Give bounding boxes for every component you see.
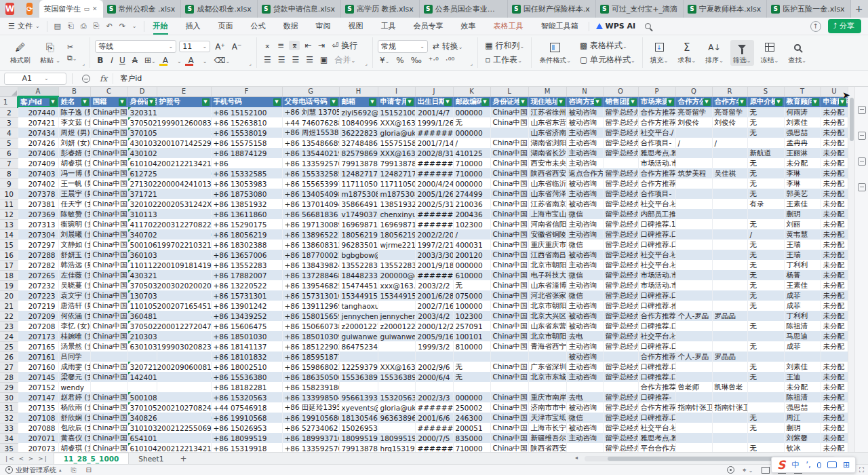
cell[interactable] xyxy=(712,321,747,331)
cell[interactable]: ######## xyxy=(415,209,453,219)
cell[interactable]: 150269534 xyxy=(339,423,378,433)
cell[interactable]: 舒欣娴 (女 xyxy=(58,413,90,423)
cell[interactable]: 任天宇 (女 xyxy=(58,199,90,209)
cell[interactable]: 黄韦慧 xyxy=(784,229,821,240)
cell[interactable]: +86 1506607386 xyxy=(282,321,339,331)
cell[interactable]: 32010220020531242X xyxy=(127,199,157,209)
cell[interactable]: 207088 xyxy=(18,423,58,433)
cell[interactable] xyxy=(675,362,712,372)
cell[interactable]: 117110505 xyxy=(339,178,378,189)
cell[interactable]: 社交平台.社 xyxy=(638,250,675,260)
cell[interactable]: China中国 xyxy=(90,280,127,290)
cell[interactable] xyxy=(603,382,638,392)
cell[interactable]: 310103200212255069 xyxy=(127,423,157,433)
cell[interactable]: 075000 xyxy=(453,290,490,301)
cell[interactable]: China中国 xyxy=(490,209,528,219)
cell[interactable]: 无 xyxy=(453,280,490,290)
col-letter-I[interactable]: I xyxy=(378,87,415,96)
currency-icon[interactable]: ¥⌄ xyxy=(378,56,391,65)
cell[interactable]: 207073 xyxy=(18,443,58,452)
cell[interactable]: 口碑推荐.1 xyxy=(638,219,675,229)
cell[interactable]: 成雨雯 (女 xyxy=(58,362,90,372)
cell[interactable] xyxy=(378,250,415,260)
cell[interactable]: 362228235 xyxy=(339,128,378,138)
cell[interactable]: 刘妍 (女) xyxy=(58,138,90,148)
cell[interactable]: China中国 xyxy=(90,372,127,382)
menu-item-页面[interactable]: 页面 xyxy=(210,18,242,34)
cell[interactable]: 留学总经办 xyxy=(603,413,638,423)
sheet-tab-Sheet1[interactable]: Sheet1 xyxy=(129,453,173,465)
qat-chevron-icon[interactable]: ⌄ xyxy=(132,23,137,29)
sort-button[interactable]: A↓ 排序⌄ xyxy=(703,40,726,66)
cell[interactable]: 重庆市南岸 xyxy=(528,392,566,402)
cell[interactable]: 271302200004241013 xyxy=(127,178,157,189)
cell[interactable]: 207369 xyxy=(18,209,58,219)
cell[interactable] xyxy=(675,250,712,260)
cell[interactable]: +86 15026953 xyxy=(211,423,282,433)
cell[interactable]: 留学总经办 xyxy=(603,402,638,413)
cell[interactable]: China中国 xyxy=(490,138,528,148)
cell[interactable]: 主动咨询 xyxy=(566,148,603,158)
cell[interactable]: 留学总经办 xyxy=(603,443,638,452)
cell[interactable]: 未分配 xyxy=(821,128,848,138)
cell[interactable]: +86 1395468251 xyxy=(282,280,339,290)
cell[interactable]: 799138782 xyxy=(378,158,415,168)
cell[interactable]: China中国 xyxy=(490,229,528,240)
cell[interactable]: +86 1850103098 xyxy=(282,331,339,341)
cell[interactable]: 246300 xyxy=(453,413,490,423)
row-number[interactable]: 5 xyxy=(0,138,18,148)
cell[interactable]: +86 13851932 xyxy=(211,199,282,209)
cell[interactable]: 151521001 xyxy=(378,107,415,117)
cell[interactable] xyxy=(566,443,603,452)
cell[interactable]: 文静如 (女 xyxy=(58,240,90,250)
cell[interactable]: 207409 xyxy=(18,158,58,168)
cell[interactable]: 李文茹 (女 xyxy=(58,117,90,128)
cell[interactable]: 电子科技大 xyxy=(528,270,566,280)
cell[interactable]: XXX@163. xyxy=(378,148,415,158)
cell[interactable]: v17490376 xyxy=(339,209,378,219)
cell[interactable]: 被动咨询 xyxy=(566,178,603,189)
menu-item-公式[interactable]: 公式 xyxy=(242,18,275,34)
cell[interactable]: 市场活动.市 xyxy=(638,158,675,168)
cell[interactable]: 留学总经办 xyxy=(603,117,638,128)
cell[interactable] xyxy=(157,138,211,148)
col-letter-P[interactable]: P xyxy=(638,87,675,96)
col-letter-S[interactable]: S xyxy=(747,87,784,96)
cell[interactable] xyxy=(712,189,747,199)
cell[interactable]: 无 xyxy=(747,280,784,290)
sheet-nav-arrows[interactable]: |< < > >| xyxy=(0,455,54,462)
cell[interactable] xyxy=(747,352,784,362)
row-number[interactable]: 35 xyxy=(0,443,18,452)
cell[interactable]: +86 18302388 xyxy=(211,240,282,250)
cell[interactable]: / xyxy=(453,138,490,148)
cell[interactable]: 陈敏赞 (女 xyxy=(58,209,90,219)
cell[interactable]: +86 15263810 xyxy=(211,117,282,128)
cell[interactable]: 未分配 xyxy=(821,107,848,117)
cell[interactable] xyxy=(675,209,712,219)
cell[interactable]: 000000 xyxy=(453,260,490,270)
cell[interactable]: China中国 xyxy=(90,209,127,219)
cell[interactable] xyxy=(675,260,712,270)
cell[interactable] xyxy=(675,178,712,189)
cell[interactable]: +86 1335925706 xyxy=(282,443,339,452)
cell[interactable]: 成菲 xyxy=(784,341,821,352)
header-cell[interactable]: 现住地址▼ xyxy=(528,96,566,107)
cell[interactable]: 合作方推荐 xyxy=(638,382,675,392)
cell[interactable]: 合作方推荐 xyxy=(638,402,675,413)
cell[interactable]: 主动咨询 xyxy=(566,372,603,382)
cell[interactable]: 207313 xyxy=(18,219,58,229)
cell[interactable]: China中国 xyxy=(90,178,127,189)
cell[interactable]: 2003/4/2 xyxy=(415,311,453,321)
header-cell[interactable]: 姓名▼ xyxy=(58,96,90,107)
cell[interactable]: 未分配 xyxy=(821,117,848,128)
cell[interactable] xyxy=(784,352,821,362)
doc-tab[interactable]: S成都公积金.xlsx xyxy=(181,0,257,18)
cell[interactable]: 山东省临沂 xyxy=(528,178,566,189)
cell[interactable]: 留学总经办 xyxy=(603,240,638,250)
cell[interactable]: 310113200211152925 xyxy=(127,209,157,219)
row-number[interactable]: 31 xyxy=(0,402,18,413)
cell[interactable]: +86 15332585 xyxy=(211,168,282,178)
header-cell[interactable]: 国籍▼ xyxy=(90,96,127,107)
cell[interactable]: 155751588 xyxy=(378,138,415,148)
filter-dropdown-icon[interactable]: ▼ xyxy=(667,98,674,106)
